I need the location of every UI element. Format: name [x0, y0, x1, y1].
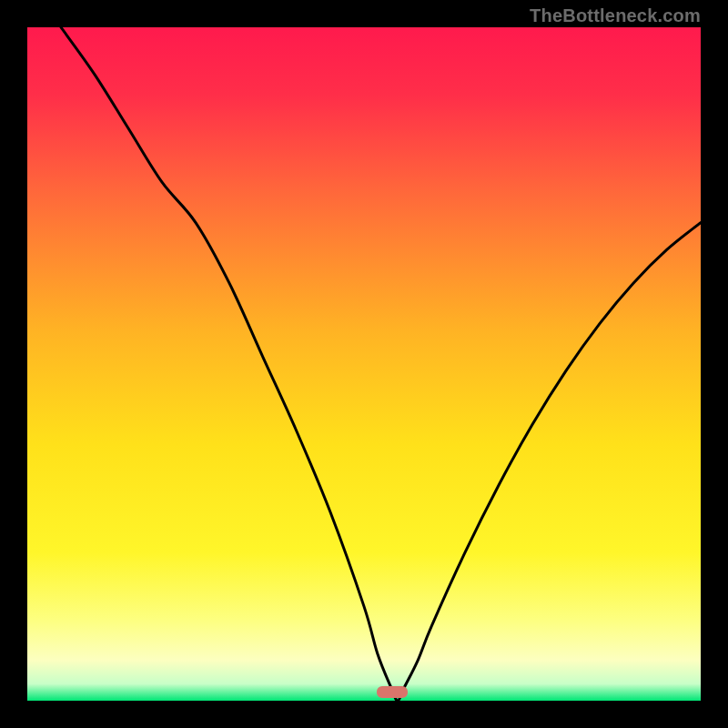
chart-frame: TheBottleneck.com — [0, 0, 728, 728]
watermark-text: TheBottleneck.com — [530, 5, 701, 26]
plot-area — [27, 27, 701, 701]
bottleneck-curve — [27, 27, 701, 701]
optimal-marker — [377, 686, 408, 698]
